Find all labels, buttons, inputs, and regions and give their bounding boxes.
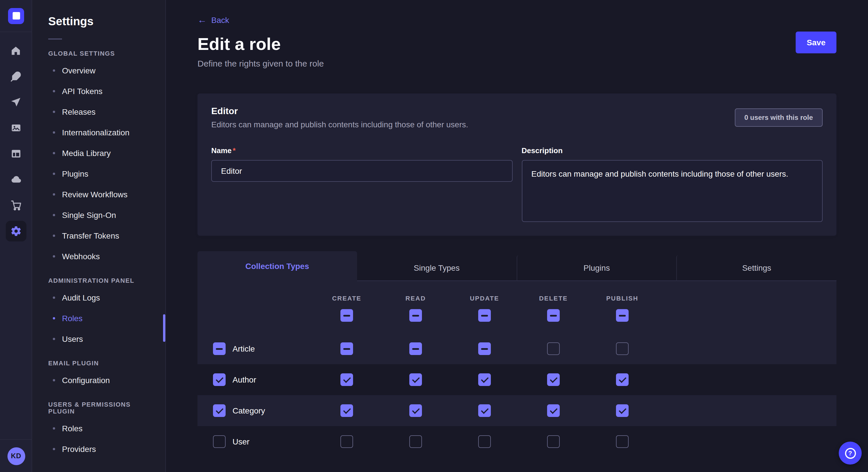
home-icon — [10, 45, 21, 56]
subnav-title: Settings — [48, 15, 165, 28]
subnav-item-api-tokens[interactable]: API Tokens — [32, 81, 165, 102]
subnav-scrollbar-thumb[interactable] — [163, 314, 165, 342]
tab-plugins[interactable]: Plugins — [516, 255, 677, 281]
user-read-checkbox[interactable] — [409, 435, 422, 448]
bullet-icon — [53, 69, 55, 72]
select-all-update-checkbox[interactable] — [478, 309, 491, 322]
author-read-checkbox[interactable] — [409, 373, 422, 386]
sidebar-content-type-builder-button[interactable] — [5, 143, 26, 164]
user-create-checkbox[interactable] — [340, 435, 353, 448]
subnav-item-releases[interactable]: Releases — [32, 102, 165, 122]
subnav-item-webhooks[interactable]: Webhooks — [32, 246, 165, 267]
subnav-item-roles-admin[interactable]: Roles — [32, 308, 165, 329]
author-create-checkbox[interactable] — [340, 373, 353, 386]
select-all-publish-checkbox[interactable] — [616, 309, 629, 322]
role-details-card: Editor Editors can manage and publish co… — [197, 94, 836, 236]
sidebar-footer: KD — [0, 439, 32, 472]
user-publish-checkbox[interactable] — [616, 435, 629, 448]
article-publish-checkbox[interactable] — [616, 342, 629, 355]
user-delete-checkbox[interactable] — [547, 435, 560, 448]
save-button[interactable]: Save — [796, 32, 836, 53]
subnav-item-label: Internationalization — [62, 128, 129, 137]
sidebar-media-library-button[interactable] — [5, 117, 26, 138]
bullet-icon — [53, 193, 55, 196]
row-label[interactable]: User — [232, 437, 249, 446]
subnav-item-media-library[interactable]: Media Library — [32, 143, 165, 164]
bullet-icon — [53, 317, 55, 319]
users-with-role-badge[interactable]: 0 users with this role — [735, 108, 823, 127]
select-all-delete-checkbox[interactable] — [547, 309, 560, 322]
column-header-create: CREATE — [332, 295, 361, 302]
paper-plane-icon — [10, 97, 21, 107]
category-create-checkbox[interactable] — [340, 404, 353, 417]
sidebar-settings-button[interactable] — [5, 221, 26, 241]
permissions-table-header: CREATE READ UPDATE DELETE PUBLISH — [197, 281, 836, 333]
role-fields-row: Name* Description Editors can manage and… — [211, 145, 823, 224]
author-publish-checkbox[interactable] — [616, 373, 629, 386]
subnav-section-title: EMAIL PLUGIN — [48, 360, 149, 367]
row-label[interactable]: Category — [232, 406, 265, 415]
article-delete-checkbox[interactable] — [547, 342, 560, 355]
category-delete-checkbox[interactable] — [547, 404, 560, 417]
subnav-item-internationalization[interactable]: Internationalization — [32, 122, 165, 143]
tab-settings[interactable]: Settings — [677, 255, 837, 281]
subnav-item-review-workflows[interactable]: Review Workflows — [32, 184, 165, 205]
subnav-item-roles-up[interactable]: Roles — [32, 418, 165, 439]
article-update-checkbox[interactable] — [478, 342, 491, 355]
subnav-item-transfer-tokens[interactable]: Transfer Tokens — [32, 225, 165, 246]
bullet-icon — [53, 173, 55, 175]
select-all-create-checkbox[interactable] — [340, 309, 353, 322]
settings-subnav: Settings GLOBAL SETTINGS Overview API To… — [32, 0, 166, 472]
bullet-icon — [53, 131, 55, 134]
workspace-logo-button[interactable] — [0, 0, 32, 32]
shopping-cart-icon — [10, 200, 22, 211]
select-all-read-checkbox[interactable] — [409, 309, 422, 322]
question-mark-icon: ? — [845, 448, 856, 459]
category-publish-checkbox[interactable] — [616, 404, 629, 417]
main-sidebar: KD — [0, 0, 32, 472]
article-read-checkbox[interactable] — [409, 342, 422, 355]
subnav-item-label: Providers — [62, 444, 96, 453]
user-update-checkbox[interactable] — [478, 435, 491, 448]
author-delete-checkbox[interactable] — [547, 373, 560, 386]
row-checkbox-user[interactable] — [213, 435, 226, 448]
sidebar-home-button[interactable] — [5, 40, 26, 61]
subnav-item-single-sign-on[interactable]: Single Sign-On — [32, 205, 165, 225]
sidebar-content-manager-button[interactable] — [5, 66, 26, 87]
author-update-checkbox[interactable] — [478, 373, 491, 386]
sidebar-releases-button[interactable] — [5, 92, 26, 112]
sidebar-marketplace-button[interactable] — [5, 195, 26, 216]
back-link[interactable]: ← Back — [197, 15, 229, 25]
subnav-section-title: USERS & PERMISSIONS PLUGIN — [48, 401, 149, 415]
row-checkbox-category[interactable] — [213, 404, 226, 417]
page-title: Edit a role — [197, 34, 836, 54]
subnav-item-label: Releases — [62, 107, 96, 116]
tab-collection-types[interactable]: Collection Types — [197, 251, 357, 281]
page-subtitle: Define the rights given to the role — [197, 59, 836, 68]
subnav-item-overview[interactable]: Overview — [32, 60, 165, 81]
subnav-section-global-settings: GLOBAL SETTINGS Overview API Tokens Rele… — [32, 50, 165, 267]
sidebar-deploy-button[interactable] — [5, 169, 26, 190]
description-textarea[interactable]: Editors can manage and publish contents … — [522, 160, 823, 222]
article-create-checkbox[interactable] — [340, 342, 353, 355]
tab-single-types[interactable]: Single Types — [357, 255, 517, 281]
subnav-item-providers[interactable]: Providers — [32, 439, 165, 460]
row-checkbox-article[interactable] — [213, 342, 226, 355]
user-avatar[interactable]: KD — [7, 447, 25, 465]
row-checkbox-author[interactable] — [213, 373, 226, 386]
subnav-item-users[interactable]: Users — [32, 329, 165, 349]
help-button[interactable]: ? — [839, 442, 862, 465]
app-root: KD Settings GLOBAL SETTINGS Overview API… — [0, 0, 868, 472]
column-header-publish: PUBLISH — [606, 295, 639, 302]
row-label[interactable]: Author — [232, 375, 256, 384]
category-read-checkbox[interactable] — [409, 404, 422, 417]
bullet-icon — [53, 297, 55, 299]
row-label[interactable]: Article — [232, 344, 255, 353]
subnav-item-label: Roles — [62, 424, 83, 433]
subnav-item-audit-logs[interactable]: Audit Logs — [32, 287, 165, 308]
bullet-icon — [53, 338, 55, 340]
category-update-checkbox[interactable] — [478, 404, 491, 417]
subnav-item-plugins[interactable]: Plugins — [32, 164, 165, 184]
name-input[interactable] — [211, 160, 513, 182]
subnav-item-configuration[interactable]: Configuration — [32, 370, 165, 391]
